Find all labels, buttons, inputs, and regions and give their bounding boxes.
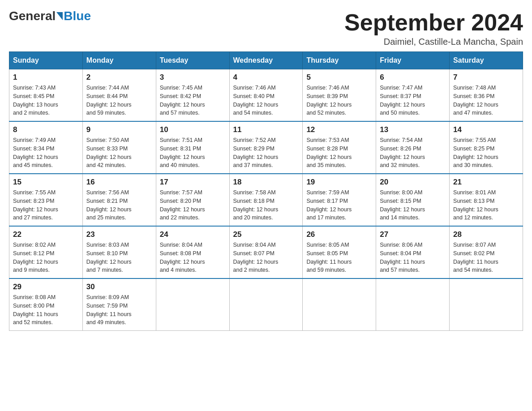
calendar-day-cell: 22Sunrise: 8:02 AMSunset: 8:12 PMDayligh… xyxy=(9,226,83,278)
day-number: 29 xyxy=(13,283,79,291)
calendar-day-cell: 25Sunrise: 8:04 AMSunset: 8:07 PMDayligh… xyxy=(229,226,303,278)
day-info: Sunrise: 7:57 AMSunset: 8:20 PMDaylight:… xyxy=(160,188,226,222)
calendar-day-cell: 23Sunrise: 8:03 AMSunset: 8:10 PMDayligh… xyxy=(82,226,156,278)
day-info: Sunrise: 7:58 AMSunset: 8:18 PMDaylight:… xyxy=(233,188,299,222)
calendar-table: Sunday Monday Tuesday Wednesday Thursday… xyxy=(9,51,523,331)
calendar-day-cell: 20Sunrise: 8:00 AMSunset: 8:15 PMDayligh… xyxy=(376,174,450,226)
day-info: Sunrise: 7:46 AMSunset: 8:40 PMDaylight:… xyxy=(233,84,299,117)
day-number: 22 xyxy=(13,230,79,239)
day-info: Sunrise: 8:03 AMSunset: 8:10 PMDaylight:… xyxy=(86,241,152,274)
day-info: Sunrise: 7:46 AMSunset: 8:39 PMDaylight:… xyxy=(306,84,372,117)
calendar-day-cell: 28Sunrise: 8:07 AMSunset: 8:02 PMDayligh… xyxy=(450,226,523,278)
day-info: Sunrise: 8:00 AMSunset: 8:15 PMDaylight:… xyxy=(380,188,446,222)
day-info: Sunrise: 8:08 AMSunset: 8:00 PMDaylight:… xyxy=(13,293,79,327)
calendar-day-cell: 24Sunrise: 8:04 AMSunset: 8:08 PMDayligh… xyxy=(156,226,229,278)
day-info: Sunrise: 7:45 AMSunset: 8:42 PMDaylight:… xyxy=(160,84,226,117)
header-wednesday: Wednesday xyxy=(229,52,303,69)
logo-arrow-icon xyxy=(56,12,63,20)
logo: General Blue xyxy=(9,9,91,23)
day-info: Sunrise: 7:56 AMSunset: 8:21 PMDaylight:… xyxy=(86,188,152,222)
calendar-day-cell: 17Sunrise: 7:57 AMSunset: 8:20 PMDayligh… xyxy=(156,174,229,226)
header-saturday: Saturday xyxy=(450,52,523,69)
day-number: 14 xyxy=(453,125,519,134)
location-text: Daimiel, Castille-La Mancha, Spain xyxy=(344,37,523,47)
day-info: Sunrise: 7:51 AMSunset: 8:31 PMDaylight:… xyxy=(160,136,226,170)
calendar-day-cell: 21Sunrise: 8:01 AMSunset: 8:13 PMDayligh… xyxy=(450,174,523,226)
page-header: General Blue September 2024 Daimiel, Cas… xyxy=(9,9,523,47)
day-info: Sunrise: 8:06 AMSunset: 8:04 PMDaylight:… xyxy=(380,241,446,274)
calendar-day-cell: 11Sunrise: 7:52 AMSunset: 8:29 PMDayligh… xyxy=(229,121,303,174)
day-number: 1 xyxy=(13,73,79,82)
calendar-week-row: 15Sunrise: 7:55 AMSunset: 8:23 PMDayligh… xyxy=(9,174,523,226)
day-number: 6 xyxy=(380,73,446,82)
calendar-day-cell: 12Sunrise: 7:53 AMSunset: 8:28 PMDayligh… xyxy=(303,121,376,174)
calendar-day-cell: 15Sunrise: 7:55 AMSunset: 8:23 PMDayligh… xyxy=(9,174,83,226)
month-title: September 2024 xyxy=(344,9,523,36)
header-monday: Monday xyxy=(82,52,156,69)
day-info: Sunrise: 8:04 AMSunset: 8:08 PMDaylight:… xyxy=(160,241,226,274)
day-info: Sunrise: 8:02 AMSunset: 8:12 PMDaylight:… xyxy=(13,241,79,274)
calendar-day-cell: 26Sunrise: 8:05 AMSunset: 8:05 PMDayligh… xyxy=(303,226,376,278)
calendar-week-row: 29Sunrise: 8:08 AMSunset: 8:00 PMDayligh… xyxy=(9,278,523,331)
day-info: Sunrise: 7:53 AMSunset: 8:28 PMDaylight:… xyxy=(306,136,372,170)
day-number: 18 xyxy=(233,178,299,187)
day-number: 10 xyxy=(160,125,226,134)
day-info: Sunrise: 7:54 AMSunset: 8:26 PMDaylight:… xyxy=(380,136,446,170)
calendar-day-cell xyxy=(450,278,523,331)
calendar-day-cell xyxy=(156,278,229,331)
calendar-day-cell: 14Sunrise: 7:55 AMSunset: 8:25 PMDayligh… xyxy=(450,121,523,174)
day-number: 9 xyxy=(86,125,152,134)
day-info: Sunrise: 7:44 AMSunset: 8:44 PMDaylight:… xyxy=(86,84,152,117)
day-number: 28 xyxy=(453,230,519,239)
header-friday: Friday xyxy=(376,52,450,69)
day-number: 3 xyxy=(160,73,226,82)
day-number: 13 xyxy=(380,125,446,134)
day-number: 11 xyxy=(233,125,299,134)
calendar-day-cell: 16Sunrise: 7:56 AMSunset: 8:21 PMDayligh… xyxy=(82,174,156,226)
day-number: 5 xyxy=(306,73,372,82)
header-thursday: Thursday xyxy=(303,52,376,69)
calendar-day-cell: 19Sunrise: 7:59 AMSunset: 8:17 PMDayligh… xyxy=(303,174,376,226)
day-number: 27 xyxy=(380,230,446,239)
day-number: 23 xyxy=(86,230,152,239)
day-number: 17 xyxy=(160,178,226,187)
day-number: 25 xyxy=(233,230,299,239)
calendar-day-cell: 3Sunrise: 7:45 AMSunset: 8:42 PMDaylight… xyxy=(156,69,229,122)
day-number: 4 xyxy=(233,73,299,82)
day-info: Sunrise: 7:59 AMSunset: 8:17 PMDaylight:… xyxy=(306,188,372,222)
day-number: 7 xyxy=(453,73,519,82)
day-number: 8 xyxy=(13,125,79,134)
day-info: Sunrise: 7:52 AMSunset: 8:29 PMDaylight:… xyxy=(233,136,299,170)
calendar-day-cell: 13Sunrise: 7:54 AMSunset: 8:26 PMDayligh… xyxy=(376,121,450,174)
day-info: Sunrise: 7:43 AMSunset: 8:45 PMDaylight:… xyxy=(13,84,79,117)
title-block: September 2024 Daimiel, Castille-La Manc… xyxy=(344,9,523,47)
day-number: 12 xyxy=(306,125,372,134)
weekday-header-row: Sunday Monday Tuesday Wednesday Thursday… xyxy=(9,52,523,69)
day-info: Sunrise: 8:07 AMSunset: 8:02 PMDaylight:… xyxy=(453,241,519,274)
day-info: Sunrise: 7:49 AMSunset: 8:34 PMDaylight:… xyxy=(13,136,79,170)
day-number: 30 xyxy=(86,283,152,291)
calendar-day-cell: 18Sunrise: 7:58 AMSunset: 8:18 PMDayligh… xyxy=(229,174,303,226)
calendar-day-cell: 8Sunrise: 7:49 AMSunset: 8:34 PMDaylight… xyxy=(9,121,83,174)
calendar-day-cell: 2Sunrise: 7:44 AMSunset: 8:44 PMDaylight… xyxy=(82,69,156,122)
day-info: Sunrise: 8:09 AMSunset: 7:59 PMDaylight:… xyxy=(86,293,152,327)
calendar-day-cell xyxy=(303,278,376,331)
calendar-day-cell: 10Sunrise: 7:51 AMSunset: 8:31 PMDayligh… xyxy=(156,121,229,174)
calendar-day-cell: 7Sunrise: 7:48 AMSunset: 8:36 PMDaylight… xyxy=(450,69,523,122)
day-info: Sunrise: 8:05 AMSunset: 8:05 PMDaylight:… xyxy=(306,241,372,274)
calendar-week-row: 8Sunrise: 7:49 AMSunset: 8:34 PMDaylight… xyxy=(9,121,523,174)
calendar-day-cell: 27Sunrise: 8:06 AMSunset: 8:04 PMDayligh… xyxy=(376,226,450,278)
calendar-day-cell xyxy=(229,278,303,331)
calendar-day-cell: 5Sunrise: 7:46 AMSunset: 8:39 PMDaylight… xyxy=(303,69,376,122)
calendar-day-cell: 4Sunrise: 7:46 AMSunset: 8:40 PMDaylight… xyxy=(229,69,303,122)
calendar-day-cell xyxy=(376,278,450,331)
calendar-week-row: 1Sunrise: 7:43 AMSunset: 8:45 PMDaylight… xyxy=(9,69,523,122)
calendar-week-row: 22Sunrise: 8:02 AMSunset: 8:12 PMDayligh… xyxy=(9,226,523,278)
calendar-day-cell: 30Sunrise: 8:09 AMSunset: 7:59 PMDayligh… xyxy=(82,278,156,331)
day-number: 26 xyxy=(306,230,372,239)
calendar-day-cell: 9Sunrise: 7:50 AMSunset: 8:33 PMDaylight… xyxy=(82,121,156,174)
day-info: Sunrise: 7:48 AMSunset: 8:36 PMDaylight:… xyxy=(453,84,519,117)
day-info: Sunrise: 7:50 AMSunset: 8:33 PMDaylight:… xyxy=(86,136,152,170)
day-number: 24 xyxy=(160,230,226,239)
calendar-day-cell: 29Sunrise: 8:08 AMSunset: 8:00 PMDayligh… xyxy=(9,278,83,331)
